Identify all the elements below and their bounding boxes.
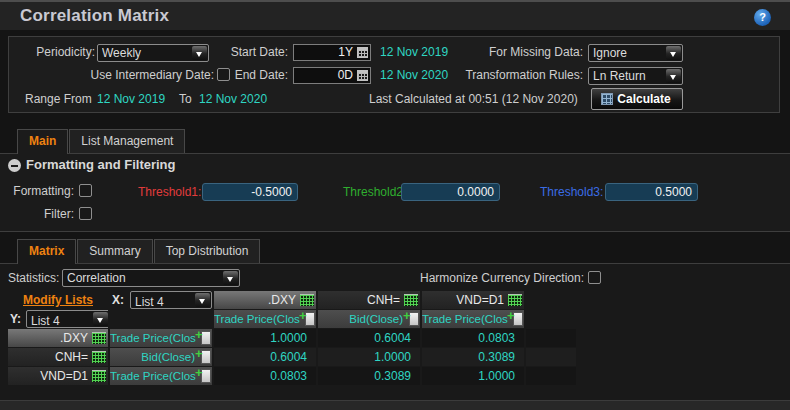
- matrix-cell[interactable]: 0.3089: [422, 348, 524, 366]
- page-plus-icon[interactable]: [508, 312, 523, 325]
- chevron-down-icon: [195, 293, 210, 307]
- threshold2-input[interactable]: 0.0000: [401, 183, 500, 201]
- start-date-input[interactable]: 1Y: [293, 44, 371, 61]
- tab-top-distribution[interactable]: Top Distribution: [154, 239, 261, 263]
- missing-data-label: For Missing Data:: [429, 45, 583, 59]
- matrix-cell[interactable]: 1.0000: [422, 367, 524, 385]
- matrix-cell[interactable]: 0.6004: [318, 329, 420, 347]
- chevron-down-icon: [666, 46, 681, 60]
- quote-grid-icon[interactable]: [92, 332, 106, 344]
- threshold3-label: Threshold3:: [540, 185, 603, 199]
- title-bar: Correlation Matrix ?: [0, 0, 790, 30]
- missing-data-dropdown[interactable]: Ignore: [588, 44, 683, 62]
- matrix-cell[interactable]: 0.3089: [318, 367, 420, 385]
- y-list-cell: Y: List 4: [8, 310, 108, 328]
- column-header-dxy[interactable]: .DXY: [214, 291, 316, 309]
- chevron-down-icon: [666, 69, 681, 83]
- threshold3-input[interactable]: 0.5000: [605, 183, 698, 201]
- range-to-label: To: [179, 92, 192, 106]
- range-to-date: 12 Nov 2020: [199, 92, 267, 106]
- calculate-button-label: Calculate: [617, 92, 670, 106]
- matrix-cell[interactable]: 1.0000: [318, 348, 420, 366]
- calendar-icon[interactable]: [357, 47, 368, 58]
- tab-main[interactable]: Main: [17, 129, 68, 154]
- filter-label: Filter:: [8, 207, 74, 221]
- page-plus-icon[interactable]: [196, 369, 211, 382]
- row-field-header[interactable]: Trade Price(Clos: [110, 367, 212, 385]
- page-plus-icon[interactable]: [196, 331, 211, 344]
- matrix-cell[interactable]: 0.0803: [214, 367, 316, 385]
- threshold2-label: Threshold2:: [343, 185, 406, 199]
- main-tab-bar: Main List Management: [0, 129, 790, 154]
- view-tab-bar: Matrix Summary Top Distribution: [0, 239, 790, 264]
- modify-lists-link[interactable]: Modify Lists: [8, 291, 108, 309]
- end-date-input[interactable]: 0D: [293, 67, 371, 84]
- range-from-label: Range From: [25, 92, 92, 106]
- matrix-cell[interactable]: 1.0000: [214, 329, 316, 347]
- collapse-minus-icon[interactable]: [8, 159, 21, 172]
- page-plus-icon[interactable]: [300, 312, 315, 325]
- row-header-dxy[interactable]: .DXY: [8, 329, 108, 347]
- end-date-label: End Date:: [207, 68, 288, 82]
- periodicity-dropdown[interactable]: Weekly: [97, 44, 209, 62]
- quote-grid-icon[interactable]: [300, 294, 314, 306]
- quote-grid-icon[interactable]: [92, 351, 106, 363]
- help-icon[interactable]: ?: [754, 9, 771, 26]
- matrix-filler-cell: [526, 367, 576, 385]
- start-date-label: Start Date:: [207, 45, 288, 59]
- statistics-value: Correlation: [67, 271, 222, 285]
- end-date-value: 0D: [338, 68, 353, 82]
- row-header-cnh[interactable]: CNH=: [8, 348, 108, 366]
- y-axis-label: Y:: [10, 310, 21, 328]
- column-field-header[interactable]: Trade Price(Clos: [214, 310, 316, 328]
- column-field-header[interactable]: Trade Price(Clos: [422, 310, 524, 328]
- column-header-vnd[interactable]: VND=D1: [422, 291, 524, 309]
- quote-grid-icon[interactable]: [404, 294, 418, 306]
- calculate-button[interactable]: Calculate: [591, 88, 683, 110]
- bottom-edge: [0, 400, 790, 410]
- formatting-filtering-section: Formatting and Filtering Formatting: Fil…: [0, 154, 790, 232]
- page-plus-icon[interactable]: [404, 312, 419, 325]
- tab-matrix[interactable]: Matrix: [17, 239, 76, 264]
- x-list-cell: X: List 4: [110, 291, 212, 309]
- harmonize-currency-checkbox[interactable]: [588, 271, 601, 284]
- formatting-checkbox[interactable]: [79, 184, 92, 197]
- column-header-cnh[interactable]: CNH=: [318, 291, 420, 309]
- transformation-rules-value: Ln Return: [593, 69, 665, 83]
- statistics-dropdown[interactable]: Correlation: [62, 269, 240, 287]
- y-list-dropdown[interactable]: List 4: [26, 310, 108, 328]
- transformation-rules-label: Transformation Rules:: [429, 68, 583, 82]
- quote-grid-icon[interactable]: [508, 294, 522, 306]
- periodicity-label: Periodicity:: [19, 45, 95, 59]
- calendar-icon[interactable]: [357, 70, 368, 81]
- parameters-panel: Periodicity: Weekly Start Date: 1Y 12 No…: [8, 36, 780, 113]
- spacer-cell: [526, 291, 576, 309]
- quote-grid-icon[interactable]: [92, 370, 106, 382]
- missing-data-value: Ignore: [593, 46, 665, 60]
- tab-summary[interactable]: Summary: [77, 239, 152, 263]
- row-header-vnd[interactable]: VND=D1: [8, 367, 108, 385]
- periodicity-value: Weekly: [102, 46, 191, 60]
- transformation-rules-dropdown[interactable]: Ln Return: [588, 67, 683, 85]
- page-title: Correlation Matrix: [20, 6, 169, 26]
- filter-checkbox[interactable]: [79, 207, 92, 220]
- column-field-header[interactable]: Bid(Close): [318, 310, 420, 328]
- threshold1-label: Threshold1:: [138, 185, 201, 199]
- chevron-down-icon: [93, 312, 108, 326]
- statistics-label: Statistics:: [8, 271, 59, 285]
- matrix-filler-cell: [526, 329, 576, 347]
- threshold1-input[interactable]: -0.5000: [202, 183, 298, 201]
- matrix-content-panel: Statistics: Correlation Harmonize Curren…: [0, 264, 790, 400]
- tab-list-management[interactable]: List Management: [69, 129, 185, 153]
- x-list-dropdown[interactable]: List 4: [130, 291, 212, 309]
- range-from-date: 12 Nov 2019: [97, 92, 165, 106]
- chevron-down-icon: [192, 46, 207, 60]
- page-plus-icon[interactable]: [196, 350, 211, 363]
- matrix-cell[interactable]: 0.6004: [214, 348, 316, 366]
- row-field-header[interactable]: Bid(Close): [110, 348, 212, 366]
- y-list-value: List 4: [31, 312, 92, 328]
- matrix-cell[interactable]: 0.0803: [422, 329, 524, 347]
- row-field-header[interactable]: Trade Price(Clos: [110, 329, 212, 347]
- correlation-matrix-table: Modify Lists X: List 4 .DXY CNH= VND=D1 …: [8, 291, 576, 385]
- formatting-filtering-title: Formatting and Filtering: [26, 157, 176, 172]
